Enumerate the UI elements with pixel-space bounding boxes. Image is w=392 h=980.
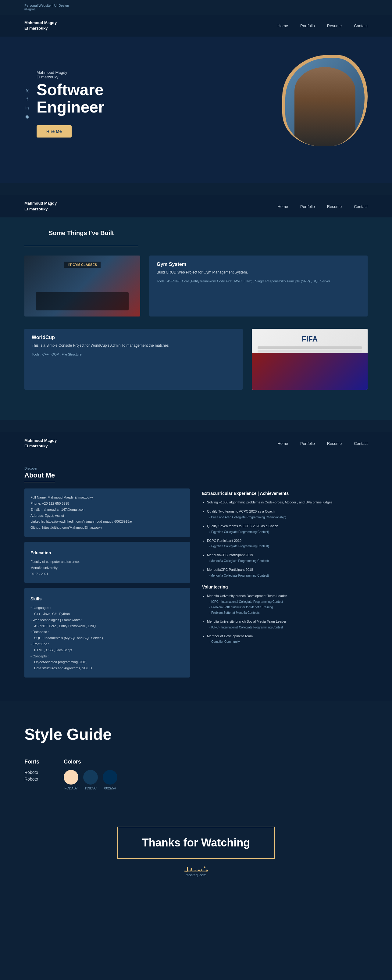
hero-image bbox=[276, 55, 368, 153]
person-silhouette bbox=[294, 67, 355, 146]
project-card-gym: Gym System Build CRUD Web Project for Gy… bbox=[24, 256, 368, 317]
hero-text: Mahmoud Magdy El marzouky Software Engin… bbox=[37, 70, 276, 137]
color-label-1: FCDAB7 bbox=[64, 786, 78, 790]
colors-label: Colors bbox=[64, 759, 117, 765]
font-entry-2: Roboto bbox=[24, 776, 39, 781]
style-guide-section: Style Guide Fonts Roboto Roboto Colors F… bbox=[0, 701, 392, 808]
gym-project-image bbox=[24, 256, 140, 317]
hero-navbar-brand: Mahmoud Magdy El marzouky bbox=[24, 20, 57, 31]
hero-title: Software Engineer bbox=[37, 81, 276, 116]
about-left: Full Name: Mahmoud Magdy El marzouky Pho… bbox=[24, 488, 190, 682]
color-swatch-2: 133B5C bbox=[83, 770, 98, 790]
mostaqi-logo: مـُـسـتـقـل bbox=[184, 866, 208, 873]
about-title: About Me bbox=[24, 471, 55, 482]
hero-nav-home[interactable]: Home bbox=[278, 24, 288, 28]
about-nav-links: Home Portfolio Resume Contact bbox=[278, 441, 368, 446]
linkedin-icon[interactable]: in bbox=[24, 105, 30, 111]
hero-navbar: Mahmoud Magdy El marzouky Home Portfolio… bbox=[0, 14, 392, 37]
worldcup-project-desc: This is a Simple Console Project for Wor… bbox=[32, 343, 235, 348]
hero-nav-portfolio[interactable]: Portfolio bbox=[300, 24, 315, 28]
achievement-item-6: MenoufiaCPC Participant 2018 (Menoufla C… bbox=[207, 567, 368, 578]
facebook-icon[interactable]: f bbox=[24, 97, 30, 102]
hero-photo bbox=[285, 58, 365, 146]
about-nav-home[interactable]: Home bbox=[278, 441, 288, 446]
worldcup-project-tools: Tools : C++ , OOP , File Structure bbox=[32, 352, 235, 357]
portfolio-nav-links: Home Portfolio Resume Contact bbox=[278, 204, 368, 209]
portfolio-nav-portfolio[interactable]: Portfolio bbox=[300, 204, 315, 209]
extracurricular-title: Extracurricular Experience | Achievement… bbox=[202, 491, 368, 496]
font-entry-1: Roboto bbox=[24, 770, 39, 775]
worldcup-project-info: WorldCup This is a Simple Console Projec… bbox=[24, 329, 243, 390]
hero-section: Mahmoud Magdy El marzouky Home Portfolio… bbox=[0, 14, 392, 183]
portfolio-section: Mahmoud Magdy El marzouky Home Portfolio… bbox=[0, 195, 392, 420]
portfolio-nav-contact[interactable]: Contact bbox=[354, 204, 368, 209]
project-card-worldcup: WorldCup This is a Simple Console Projec… bbox=[24, 329, 368, 390]
gym-project-info: Gym System Build CRUD Web Project for Gy… bbox=[149, 256, 368, 317]
hire-me-button[interactable]: Hire Me bbox=[37, 125, 71, 137]
hero-nav-resume[interactable]: Resume bbox=[327, 24, 342, 28]
discover-label: Discover bbox=[24, 466, 368, 470]
instagram-icon[interactable]: ◉ bbox=[24, 114, 30, 119]
hero-name: Mahmoud Magdy El marzouky bbox=[37, 70, 276, 79]
mostaqi-url: mostaql.com bbox=[184, 873, 208, 877]
personal-info: Full Name: Mahmoud Magdy El marzouky Pho… bbox=[30, 495, 184, 531]
thanks-box: Thanks for Watching bbox=[117, 827, 275, 859]
education-label: Education bbox=[30, 550, 184, 555]
portfolio-navbar-brand: Mahmoud Magdy El marzouky bbox=[24, 200, 57, 212]
achievement-item-5: MenoufiaCPC Participant 2019 (Menoufla C… bbox=[207, 552, 368, 564]
color-circle-3 bbox=[103, 770, 117, 784]
about-navbar-brand: Mahmoud Magdy El marzouky bbox=[24, 438, 57, 449]
about-education-card: Education Faculty of computer and scienc… bbox=[24, 542, 190, 583]
worldcup-project-image bbox=[252, 329, 368, 390]
about-header: Discover About Me bbox=[0, 454, 392, 488]
color-label-3: 002E54 bbox=[104, 786, 116, 790]
achievement-item-2: Qualify Two teams to ACPC 2020 as a Coac… bbox=[207, 509, 368, 520]
about-nav-resume[interactable]: Resume bbox=[327, 441, 342, 446]
color-swatches: FCDAB7 133B5C 002E54 bbox=[64, 770, 117, 790]
color-circle-1 bbox=[64, 770, 78, 784]
about-right: Extracurricular Experience | Achievement… bbox=[202, 488, 368, 682]
about-navbar: Mahmoud Magdy El marzouky Home Portfolio… bbox=[0, 433, 392, 454]
hero-nav-contact[interactable]: Contact bbox=[354, 24, 368, 28]
portfolio-nav-resume[interactable]: Resume bbox=[327, 204, 342, 209]
fonts-col: Fonts Roboto Roboto bbox=[24, 759, 39, 783]
hero-content: 𝕏 f in ◉ Mahmoud Magdy El marzouky Softw… bbox=[0, 37, 392, 171]
portfolio-navbar: Mahmoud Magdy El marzouky Home Portfolio… bbox=[0, 195, 392, 217]
portfolio-section-title: Some Things I've Built bbox=[24, 217, 138, 247]
fonts-label: Fonts bbox=[24, 759, 39, 765]
about-nav-contact[interactable]: Contact bbox=[354, 441, 368, 446]
portfolio-nav-home[interactable]: Home bbox=[278, 204, 288, 209]
color-circle-2 bbox=[83, 770, 98, 784]
volunteering-item-3: Member at Development Team - Compiler Co… bbox=[207, 633, 368, 645]
achievement-list: Solving +1000 algorithmic problems in Co… bbox=[202, 500, 368, 578]
hero-nav-links: Home Portfolio Resume Contact bbox=[278, 23, 368, 29]
social-icons: 𝕏 f in ◉ bbox=[24, 88, 30, 119]
style-guide-row: Fonts Roboto Roboto Colors FCDAB7 133B5C… bbox=[24, 759, 368, 790]
top-label: Personal Website || UI Design #Figma bbox=[0, 0, 392, 14]
volunteering-item-1: Menofia University branch Development Te… bbox=[207, 593, 368, 616]
volunteering-list: Menofia University branch Development Te… bbox=[202, 593, 368, 644]
volunteering-item-2: Menofia University branch Social Media T… bbox=[207, 619, 368, 630]
color-label-2: 133B5C bbox=[84, 786, 97, 790]
gym-project-tools: Tools : ASP.NET Core ,Entity framework C… bbox=[157, 279, 360, 284]
about-skills-card: Skills • Languages : C++ , Java, C# , Py… bbox=[24, 588, 190, 678]
thanks-section: Thanks for Watching مـُـسـتـقـل mostaql.… bbox=[0, 808, 392, 902]
gym-project-desc: Build CRUD Web Project for Gym Managemen… bbox=[157, 270, 360, 275]
about-section: Mahmoud Magdy El marzouky Home Portfolio… bbox=[0, 433, 392, 701]
thanks-text: Thanks for Watching bbox=[142, 836, 250, 849]
style-guide-title: Style Guide bbox=[24, 725, 368, 743]
color-swatch-1: FCDAB7 bbox=[64, 770, 78, 790]
mostaqi-logo-group: مـُـسـتـقـل mostaql.com bbox=[184, 866, 208, 877]
achievement-item-3: Qualify Seven teams to ECPC 2020 as a Co… bbox=[207, 523, 368, 535]
twitter-icon[interactable]: 𝕏 bbox=[24, 88, 30, 94]
achievement-item-4: ECPC Participant 2019 ( Egyptian Collegi… bbox=[207, 538, 368, 549]
achievement-item-1: Solving +1000 algorithmic problems in Co… bbox=[207, 500, 368, 506]
skills-label: Skills bbox=[30, 597, 184, 601]
worldcup-project-title: WorldCup bbox=[32, 335, 235, 340]
education-info: Faculty of computer and science, Menofia… bbox=[30, 559, 184, 577]
about-nav-portfolio[interactable]: Portfolio bbox=[300, 441, 315, 446]
gym-project-title: Gym System bbox=[157, 262, 360, 267]
skills-info: • Languages : C++ , Java, C# , Python • … bbox=[30, 605, 184, 671]
about-content: Full Name: Mahmoud Magdy El marzouky Pho… bbox=[0, 488, 392, 682]
color-swatch-3: 002E54 bbox=[103, 770, 117, 790]
